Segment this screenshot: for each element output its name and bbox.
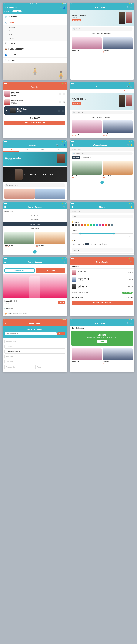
swatch-teal[interactable]	[92, 224, 95, 226]
search-icon-2[interactable]: 🔍	[127, 86, 129, 88]
size-xxl[interactable]: XXL	[98, 243, 102, 246]
search-input-advice[interactable]	[9, 184, 64, 186]
hamburger-5[interactable]	[72, 206, 74, 208]
qty-increase-3[interactable]: +	[62, 110, 64, 112]
tab-woman[interactable]: WOMAN	[35, 148, 51, 152]
hamburger-3[interactable]	[72, 144, 74, 146]
cocktail-dresses-option[interactable]: Cocktail Dresses	[3, 222, 67, 226]
search-icon-advice[interactable]: 🔍	[56, 144, 59, 146]
size-xs[interactable]: XS	[77, 243, 81, 246]
qty-decrease-2[interactable]: −	[59, 101, 62, 103]
search-icon-congrats[interactable]: 🔍	[127, 322, 129, 324]
add-to-cart-button[interactable]: ADD TO CART	[36, 268, 66, 272]
buy-it-button[interactable]: BUY IT	[58, 301, 66, 304]
tab-advice[interactable]: Advice	[70, 89, 92, 93]
hamburger-7[interactable]	[72, 322, 74, 324]
swatch-deep-orange[interactable]	[105, 224, 107, 226]
swatch-red[interactable]	[80, 224, 83, 226]
swatch-black[interactable]	[72, 224, 74, 226]
menu-item-clothings[interactable]: 👕 CLOTHINGS ›	[3, 14, 67, 20]
pay-method-button[interactable]: SELECT A PAY METHOD	[72, 301, 132, 305]
product-card-3[interactable]: Woman Top $ 34.00	[72, 120, 102, 137]
apply-button[interactable]: APPLY	[58, 332, 65, 336]
menu-item-bags[interactable]: 👜 BAGS & ACCESSORY ›	[3, 46, 67, 52]
swatch-darkgray[interactable]	[74, 224, 77, 226]
menu-item-account[interactable]: 👤 ACCOUNT	[3, 52, 67, 58]
slider-thumb-right[interactable]	[113, 232, 115, 234]
search-icon-header[interactable]: 🔍	[127, 6, 129, 8]
filter-icon[interactable]: ⚡	[130, 144, 132, 146]
green-blouse-card[interactable]: Green Blouse $ 00.00	[72, 161, 102, 178]
address2-field[interactable]: Address line two...	[4, 355, 66, 359]
advice-product-2[interactable]	[35, 189, 66, 199]
hamburger-2[interactable]	[72, 86, 74, 88]
gender-tab-woman[interactable]: WOMAN	[12, 10, 22, 12]
back-arrow-checkout[interactable]: ←	[4, 322, 6, 324]
user-icon-advice[interactable]: 👤	[63, 144, 66, 146]
qty-decrease-1[interactable]: −	[59, 93, 62, 95]
qty-increase-2[interactable]: +	[63, 101, 66, 103]
cart-icon-dresses[interactable]: 🛒	[127, 144, 129, 146]
submenu-slippers[interactable]: Slippers	[3, 37, 67, 41]
submenu-sneakers[interactable]: Sneakers	[3, 25, 67, 29]
product-card-4[interactable]: Plaid Shirt $ 28.00	[102, 120, 132, 137]
filter-chip-2[interactable]: Half Sleeve	[81, 156, 90, 159]
dresses-cat-product-1[interactable]: Green Blouse $ 00.00	[4, 232, 34, 248]
size-m[interactable]: M	[86, 243, 89, 246]
search-input[interactable]	[76, 28, 131, 30]
congrats-product-2[interactable]: Plaid Shirt $ 28.00	[102, 348, 132, 364]
cart-wrapper[interactable]: 🛒	[130, 6, 132, 8]
user-icon[interactable]: 👤	[63, 6, 66, 8]
menu-item-sports[interactable]: ⚽ SPORTS ›	[3, 41, 67, 46]
hamburger-6[interactable]	[4, 261, 6, 262]
gender-tab-man[interactable]: MAN	[4, 10, 11, 12]
size-xl[interactable]: XL	[93, 243, 97, 246]
cart-icon-2[interactable]: 🛒	[130, 86, 132, 88]
slider-thumb-left[interactable]	[80, 232, 81, 234]
cart-icon-detail[interactable]: 🛒	[63, 261, 66, 263]
back-arrow[interactable]: ←	[4, 86, 6, 88]
tab-popular[interactable]: Popular	[113, 89, 134, 93]
phone-field[interactable]: Phone ✕	[36, 365, 66, 369]
product-card-2[interactable]: Plaid Shirt $ 28.00	[102, 37, 132, 53]
cart-icon-dresses-cat[interactable]: 🛒	[63, 206, 66, 208]
scroll-down-indicator[interactable]: +	[100, 180, 104, 184]
okay-button[interactable]: OKAY	[98, 340, 107, 343]
swatch-blue[interactable]	[96, 224, 98, 226]
dresses-cat-product-2[interactable]: Salmon Shirt $ 00.00	[36, 232, 66, 248]
discover-button[interactable]: DISCOVER	[72, 19, 81, 22]
short-dresses-option[interactable]: Short Dresses	[3, 213, 67, 218]
product-card-1[interactable]: Woman Top $ 34.00	[72, 37, 102, 53]
postcode-field[interactable]: Postcode / Zip	[4, 365, 34, 369]
price-slider[interactable]	[72, 232, 132, 235]
tab-denim[interactable]: Denim	[92, 89, 113, 93]
swatch-green[interactable]	[90, 224, 92, 226]
swatch-gray[interactable]	[78, 224, 80, 226]
swatch-brown[interactable]	[108, 224, 110, 226]
checkout-button[interactable]: PROCEED TO CHECKOUT	[4, 121, 66, 125]
back-arrow-billing[interactable]: ←	[72, 261, 74, 263]
salmon-shirt-card[interactable]: Salmon Shirt $ 00.00	[102, 161, 132, 178]
size-3xl[interactable]: 3XL	[103, 243, 108, 246]
size-l[interactable]: L	[90, 243, 93, 246]
menu-item-shoes[interactable]: 👟 SHOES ›	[3, 20, 67, 25]
maxi-dresses-option[interactable]: Maxi Dresses	[3, 226, 67, 231]
close-icon[interactable]: ✕	[64, 86, 66, 88]
brand-row[interactable]: Brand ›	[72, 214, 132, 218]
discover-button-2[interactable]: DISCOVER	[72, 102, 81, 105]
qty-decrease-3[interactable]: −	[58, 110, 60, 112]
cart-icon-advice[interactable]: 🛒	[60, 144, 62, 146]
advice-product-1[interactable]	[4, 189, 34, 199]
scroll-indicator-dresses[interactable]: +	[33, 250, 36, 254]
full-name-field[interactable]: Full Name	[4, 344, 66, 348]
size-xxs[interactable]: XXS	[72, 243, 76, 246]
menu-item-settings[interactable]: ⚙ SETTINGS	[3, 58, 67, 63]
country-field[interactable]: Select a Country ∨	[4, 340, 66, 344]
size-s[interactable]: S	[82, 243, 85, 246]
filter-chip-1[interactable]: Full Sleeve	[72, 156, 80, 159]
qty-increase-1[interactable]: +	[63, 93, 66, 95]
town-city-field[interactable]: Town / City	[4, 360, 66, 364]
cart-icon-congrats[interactable]: 🛒	[130, 322, 132, 324]
back-arrow-advice[interactable]: ←	[4, 144, 6, 146]
filter-settings-icon[interactable]: ⚡	[130, 206, 132, 208]
